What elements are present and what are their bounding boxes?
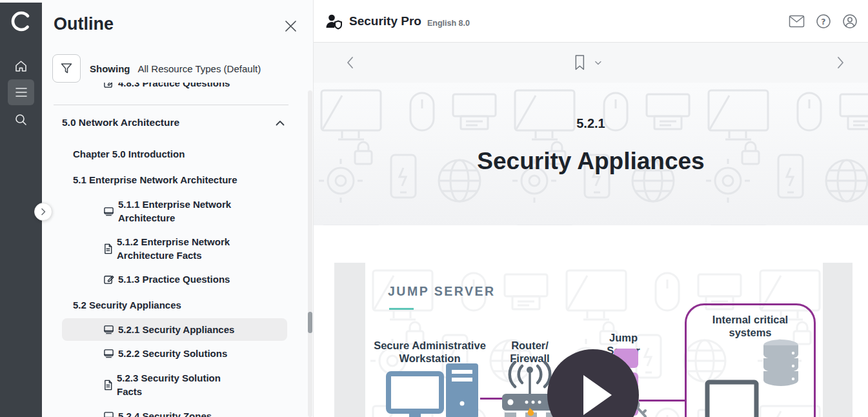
- resource-filter: Showing All Resource Types (Default): [52, 54, 261, 83]
- chevron-up-icon[interactable]: [276, 120, 285, 126]
- menu-icon: [15, 87, 28, 97]
- outline-scrollbar[interactable]: [308, 90, 312, 417]
- video-lesson-icon: [103, 411, 114, 417]
- video-player[interactable]: JUMP SERVER Secure Administrative Workst…: [334, 263, 853, 417]
- course-header: Security Pro English 8.0 ?: [314, 0, 868, 43]
- outline-section-5-0[interactable]: 5.0 Network Architecture: [62, 116, 285, 129]
- workstation-monitor-icon: [386, 371, 444, 417]
- c-logo-icon: [10, 9, 33, 34]
- internal-monitor-icon: [705, 380, 759, 417]
- video-lesson-icon: [103, 324, 114, 335]
- video-lesson-icon: [103, 206, 114, 217]
- filter-icon: [60, 62, 73, 75]
- video-lesson-icon: [103, 348, 114, 359]
- internal-systems-zone: Internal critical systems: [685, 303, 816, 417]
- rail-home-button[interactable]: [14, 59, 28, 73]
- outline-item-5-2-4[interactable]: 5.2.4 Security Zones: [42, 409, 305, 417]
- teal-accent-bar: [389, 308, 414, 310]
- rail-outline-button[interactable]: [8, 79, 34, 105]
- filter-value[interactable]: All Resource Types (Default): [138, 63, 261, 74]
- svg-text:?: ?: [821, 16, 825, 26]
- workstation-tower-icon: [446, 363, 478, 417]
- diagram-title: JUMP SERVER: [388, 284, 496, 299]
- lesson-title: Security Appliances: [477, 148, 704, 175]
- workstation-label: Secure Administrative Workstation: [368, 339, 491, 365]
- outline-item-chapter-intro[interactable]: Chapter 5.0 Introduction: [42, 147, 305, 160]
- bookmark-control[interactable]: [574, 54, 601, 71]
- panel-expand-button[interactable]: [34, 203, 52, 221]
- account-icon[interactable]: [842, 14, 858, 29]
- outline-item-5-1-3[interactable]: 5.1.3 Practice Questions: [42, 272, 305, 286]
- user-shield-icon: [325, 13, 343, 30]
- play-button[interactable]: [546, 348, 640, 417]
- rail-search-button[interactable]: [14, 113, 28, 127]
- outline-panel: Outline Showing All Resource Types (Defa…: [42, 0, 314, 417]
- outline-item-5-2-2[interactable]: 5.2.2 Security Solutions: [42, 347, 305, 360]
- outline-scrollbar-thumb[interactable]: [308, 312, 312, 333]
- flame-icon: [523, 407, 535, 417]
- outline-item-5-2-3[interactable]: 5.2.3 Security Solution Facts: [42, 371, 305, 398]
- mail-icon[interactable]: [789, 15, 805, 28]
- filter-showing-label: Showing: [90, 63, 130, 74]
- course-title: Security Pro: [349, 14, 421, 28]
- outline-title: Outline: [54, 14, 114, 34]
- practice-icon: [103, 83, 114, 88]
- outline-item-5-1-1[interactable]: 5.1.1 Enterprise Network Architecture: [42, 198, 305, 225]
- outline-item-5-1[interactable]: 5.1 Enterprise Network Architecture: [42, 173, 305, 186]
- lesson-hero: 5.2.1 Security Appliances: [314, 83, 868, 225]
- lesson-number: 5.2.1: [576, 116, 605, 131]
- connection-line: [480, 398, 502, 400]
- outline-item-5-2-1-selected[interactable]: 5.2.1 Security Appliances: [62, 318, 287, 341]
- practice-icon: [103, 274, 114, 285]
- lesson-nav-bar: [314, 43, 868, 83]
- app-logo[interactable]: [10, 9, 33, 34]
- outline-item-5-1-2[interactable]: 5.1.2 Enterprise Network Architecture Fa…: [42, 235, 305, 262]
- bookmark-icon[interactable]: [574, 54, 585, 71]
- course-edition: English 8.0: [427, 19, 470, 28]
- filter-button[interactable]: [52, 54, 81, 83]
- lesson-content: JUMP SERVER Secure Administrative Workst…: [314, 225, 868, 417]
- main-content: Security Pro English 8.0 ?: [314, 0, 868, 417]
- outline-tree: 4.8.3 Practice Questions 5.0 Network Arc…: [42, 83, 305, 417]
- outline-close-button[interactable]: [284, 19, 298, 33]
- database-icon: [762, 339, 800, 391]
- video-thumbnail: JUMP SERVER Secure Administrative Workst…: [365, 263, 823, 417]
- internal-systems-label: Internal critical systems: [687, 313, 814, 339]
- document-icon: [103, 380, 113, 391]
- outline-item-clipped[interactable]: 4.8.3 Practice Questions: [42, 83, 305, 91]
- divider: [54, 105, 288, 105]
- chevron-right-icon: [41, 208, 46, 216]
- help-icon[interactable]: ?: [816, 14, 831, 29]
- close-icon: [284, 19, 298, 33]
- chevron-right-icon[interactable]: [837, 56, 845, 69]
- search-icon: [14, 113, 28, 127]
- document-icon: [103, 243, 113, 254]
- chevron-down-icon[interactable]: [594, 61, 601, 65]
- chevron-left-icon[interactable]: [346, 56, 354, 69]
- outline-item-5-2[interactable]: 5.2 Security Appliances: [42, 298, 305, 311]
- home-icon: [14, 59, 28, 73]
